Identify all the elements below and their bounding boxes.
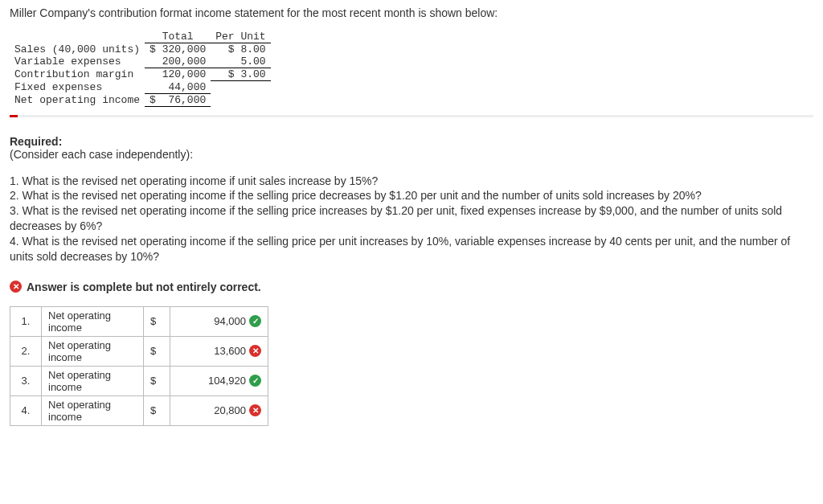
question-item: 4. What is the revised net operating inc… [10,234,813,264]
question-item: 1. What is the revised net operating inc… [10,174,813,189]
answer-label: Net operating income [42,395,144,425]
feedback-banner: ✕ Answer is complete but not entirely co… [10,281,813,293]
currency-symbol: $ [144,366,170,395]
answer-number: 4. [10,395,42,425]
table-row: 3.Net operating income$104,920✓ [10,366,268,395]
required-title: Required: [10,135,813,148]
row-total: $ 320,000 [145,43,211,56]
col-header-total: Total [145,31,211,43]
question-list: 1. What is the revised net operating inc… [10,174,813,264]
col-header-per-unit: Per Unit [211,31,270,43]
currency-symbol: $ [144,306,170,336]
answer-value: 13,600 [177,345,249,357]
answer-value-cell[interactable]: 20,800✕ [170,395,268,425]
row-total: 44,000 [145,81,211,94]
answer-value: 94,000 [177,315,249,327]
answer-number: 1. [10,306,42,336]
answer-value: 20,800 [177,404,249,416]
row-label: Contribution margin [10,68,145,81]
question-item: 2. What is the revised net operating inc… [10,188,813,203]
row-per-unit [211,81,270,94]
row-per-unit [211,93,270,106]
check-icon: ✓ [249,375,261,387]
answer-value: 104,920 [177,375,249,387]
answer-number: 3. [10,366,42,395]
progress-bar [10,115,813,117]
answer-label: Net operating income [42,306,144,336]
row-per-unit: $ 8.00 [211,43,270,56]
row-label: Net operating income [10,93,145,106]
check-icon: ✓ [249,315,261,327]
table-row: 2.Net operating income$13,600✕ [10,336,268,366]
answer-value-cell[interactable]: 104,920✓ [170,366,268,395]
row-label: Variable expenses [10,55,145,68]
table-row: 1.Net operating income$94,000✓ [10,306,268,336]
answer-label: Net operating income [42,366,144,395]
intro-text: Miller Company's contribution format inc… [10,6,813,19]
cross-icon: ✕ [249,404,261,416]
answer-value-cell[interactable]: 94,000✓ [170,306,268,336]
cross-icon: ✕ [10,281,22,293]
row-per-unit: $ 3.00 [211,68,270,81]
currency-symbol: $ [144,336,170,366]
answer-label: Net operating income [42,336,144,366]
currency-symbol: $ [144,395,170,425]
answer-number: 2. [10,336,42,366]
answer-table: 1.Net operating income$94,000✓2.Net oper… [10,306,268,426]
feedback-text: Answer is complete but not entirely corr… [27,281,261,293]
table-row: 4.Net operating income$20,800✕ [10,395,268,425]
required-subtitle: (Consider each case independently): [10,148,813,161]
income-statement: Total Per Unit Sales (40,000 units)$ 320… [10,31,271,107]
answer-value-cell[interactable]: 13,600✕ [170,336,268,366]
row-per-unit: 5.00 [211,55,270,68]
cross-icon: ✕ [249,345,261,357]
row-total: 120,000 [145,68,211,81]
row-total: $ 76,000 [145,93,211,106]
row-label: Sales (40,000 units) [10,43,145,56]
row-total: 200,000 [145,55,211,68]
row-label: Fixed expenses [10,81,145,94]
question-item: 3. What is the revised net operating inc… [10,203,813,234]
